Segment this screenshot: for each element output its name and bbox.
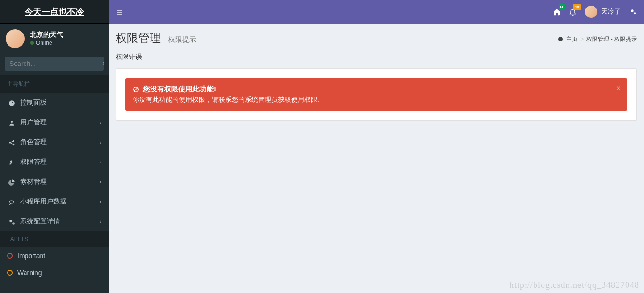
hamburger-icon [116,8,123,16]
user-panel: 北京的天气 Online [0,24,109,52]
sidebar-item-label: 角色管理 [20,138,47,146]
dashboard-icon [558,36,563,42]
user-status: Online [30,39,63,47]
bell-badge: 10 [573,4,581,10]
chevron-left-icon: ‹ [100,160,101,165]
logo[interactable]: 今天一点也不冷 [0,0,109,24]
chevron-left-icon: ‹ [100,219,101,224]
notifications-button[interactable]: 10 [569,8,577,16]
breadcrumb-current: 权限管理 - 权限提示 [586,35,637,43]
home-button[interactable]: H [553,8,560,16]
alert-title: 您没有权限使用此功能! [133,85,611,94]
topbar: H 10 天冷了 [109,0,644,24]
breadcrumb-separator: > [580,36,584,42]
sidebar-item-users[interactable]: 用户管理 ‹ [0,113,109,132]
label-text: Warning [17,269,42,277]
labels-header: LABELS [0,231,109,247]
sidebar-item-label: 权限管理 [20,158,47,166]
content-box: 您没有权限使用此功能! 你没有此功能的使用权限，请联系您的系统管理员获取使用权限… [116,68,637,121]
close-button[interactable] [616,83,621,93]
svg-point-3 [11,121,13,123]
svg-line-8 [11,143,13,144]
chevron-left-icon: ‹ [100,120,101,125]
gears-icon [629,8,637,16]
user-menu[interactable]: 天冷了 [585,6,621,18]
alert-danger: 您没有权限使用此功能! 你没有此功能的使用权限，请联系您的系统管理员获取使用权限… [125,78,627,111]
svg-point-14 [631,9,633,12]
sidebar-item-permissions[interactable]: 权限管理 ‹ [0,152,109,172]
label-warning[interactable]: Warning [0,264,109,281]
home-badge: H [559,4,566,10]
content: 权限错误 您没有权限使用此功能! 你没有此功能的使用权限，请联系您的系统管理员获… [109,46,644,128]
user-icon [7,119,17,126]
content-header: 权限管理 权限提示 主页 > 权限管理 - 权限提示 [109,24,644,46]
circle-red-icon [7,253,13,259]
sidebar-item-materials[interactable]: 素材管理 ‹ [0,172,109,192]
page-title-text: 权限管理 [116,32,161,44]
alert-body: 你没有此功能的使用权限，请联系您的系统管理员获取使用权限. [133,96,611,104]
chevron-left-icon: ‹ [100,179,101,185]
chat-icon [7,198,17,205]
label-text: Important [17,252,45,260]
svg-point-10 [12,222,15,225]
sidebar-item-dashboard[interactable]: 控制面板 [0,93,109,113]
ban-icon [133,86,139,93]
main: H 10 天冷了 权限管理 权限提示 主页 > 权限管理 - 权限提示 [109,0,644,293]
top-username: 天冷了 [601,8,621,16]
sidebar: 今天一点也不冷 北京的天气 Online 主导航栏 控制面板 用户管理 ‹ 角色… [0,0,109,293]
user-name: 北京的天气 [30,30,63,40]
user-status-text: Online [36,40,52,46]
avatar[interactable] [6,29,25,48]
nav-header: 主导航栏 [0,75,109,93]
sidebar-item-label: 用户管理 [20,118,47,127]
svg-point-0 [103,61,104,65]
svg-line-20 [134,87,138,91]
label-important[interactable]: Important [0,247,109,264]
search-button[interactable] [97,57,104,71]
svg-point-9 [9,220,12,222]
svg-line-7 [11,141,13,142]
search-icon [102,61,104,67]
sidebar-item-config[interactable]: 系统配置详情 ‹ [0,212,109,231]
wrench-icon [7,158,17,166]
sidebar-item-label: 素材管理 [20,178,47,186]
svg-point-15 [634,12,636,14]
breadcrumb: 主页 > 权限管理 - 权限提示 [558,35,637,43]
pie-chart-icon [7,178,17,186]
chevron-left-icon: ‹ [100,140,101,145]
page-title: 权限管理 权限提示 [116,31,196,46]
search-form [0,52,109,75]
dashboard-icon [7,99,17,106]
avatar [585,6,597,18]
settings-button[interactable] [629,8,637,16]
cogs-icon [7,218,17,225]
svg-point-16 [558,37,563,41]
close-icon [616,85,621,91]
page-subtitle: 权限提示 [168,35,196,43]
breadcrumb-home[interactable]: 主页 [566,35,577,43]
sidebar-item-label: 系统配置详情 [20,217,60,226]
sidebar-item-miniapp[interactable]: 小程序用户数据 ‹ [0,192,109,212]
section-title: 权限错误 [116,53,637,61]
sidebar-item-roles[interactable]: 角色管理 ‹ [0,132,109,152]
sidebar-item-label: 控制面板 [20,98,47,107]
status-dot-icon [30,41,34,45]
circle-yellow-icon [7,270,13,276]
hamburger-button[interactable] [116,8,123,16]
chevron-left-icon: ‹ [100,199,101,204]
share-icon [7,138,17,146]
alert-title-text: 您没有权限使用此功能! [143,85,216,94]
search-input[interactable] [5,57,97,71]
sidebar-item-label: 小程序用户数据 [20,197,67,206]
